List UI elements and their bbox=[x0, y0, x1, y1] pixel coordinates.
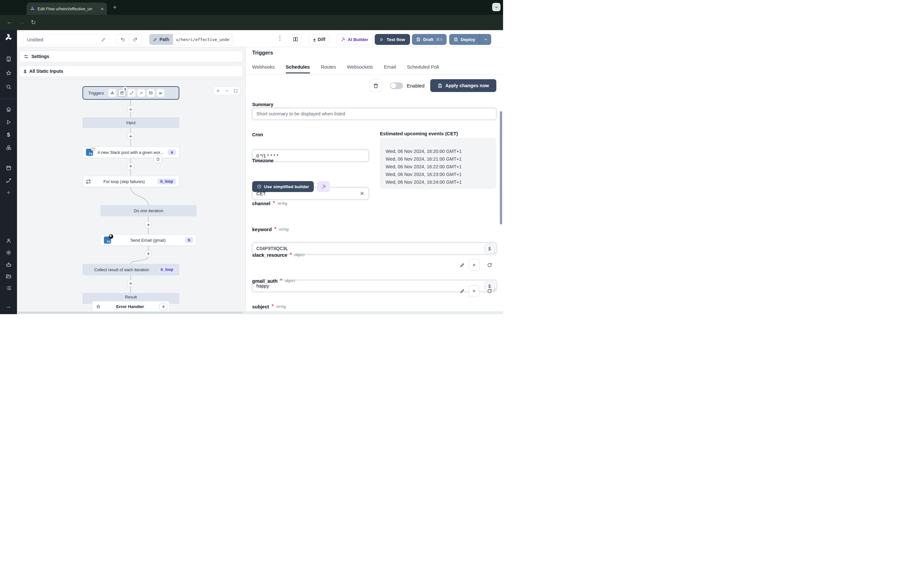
zoom-in-button[interactable]: + bbox=[214, 87, 222, 95]
tab-title: Edit Flow u/henri/effective_un bbox=[37, 6, 98, 11]
trigger-email-icon[interactable] bbox=[147, 89, 155, 97]
add-step-button[interactable] bbox=[127, 163, 134, 169]
tab-routes[interactable]: Routes bbox=[321, 64, 336, 73]
required-marker: * bbox=[280, 278, 282, 284]
sidebar-item-settings[interactable] bbox=[0, 250, 17, 255]
forward-button[interactable]: → bbox=[19, 19, 25, 26]
trigger-websocket-icon[interactable] bbox=[137, 89, 145, 97]
undo-button[interactable] bbox=[116, 34, 129, 45]
cron-label: Cron bbox=[252, 132, 263, 137]
settings-card[interactable]: Settings bbox=[19, 51, 243, 62]
reload-button[interactable]: ↻ bbox=[31, 19, 36, 26]
sidebar-item-runs[interactable] bbox=[0, 119, 17, 125]
send-email-node[interactable]: TS Send Email (gmail) b bbox=[100, 234, 197, 246]
input-node[interactable]: Input bbox=[82, 117, 179, 128]
add-resource-button[interactable]: + bbox=[469, 285, 479, 297]
simplified-builder-button[interactable]: Use simplified builder bbox=[252, 181, 314, 192]
slack-step-node[interactable]: TS A new Slack post with a given wor... … bbox=[82, 147, 179, 158]
deploy-main[interactable]: Deploy bbox=[449, 34, 480, 45]
windmill-logo-icon[interactable] bbox=[0, 33, 17, 42]
zoom-out-button[interactable]: − bbox=[222, 87, 231, 95]
keyword-input[interactable] bbox=[256, 284, 492, 288]
add-resource-button[interactable]: + bbox=[469, 259, 479, 271]
tab-webhooks[interactable]: Webhooks bbox=[252, 64, 275, 73]
diff-button[interactable]: ± Diff bbox=[309, 34, 330, 45]
clear-icon[interactable] bbox=[360, 191, 365, 196]
test-flow-button[interactable]: Test flow bbox=[375, 34, 410, 45]
sidebar-item-variables[interactable]: $ bbox=[0, 132, 17, 138]
path-chip[interactable]: Path bbox=[149, 34, 173, 45]
ai-cron-button[interactable] bbox=[317, 181, 330, 192]
do-one-iteration-node[interactable]: Do one iteration bbox=[100, 205, 197, 216]
enabled-toggle[interactable] bbox=[390, 82, 403, 89]
ai-builder-button[interactable]: AI Builder bbox=[336, 34, 373, 45]
add-step-button[interactable] bbox=[145, 250, 152, 257]
sidebar-item-favorites[interactable] bbox=[0, 70, 17, 76]
sidebar-item-folders[interactable] bbox=[0, 274, 17, 279]
trigger-schedule-icon[interactable]: 1 bbox=[118, 89, 126, 97]
sidebar-item-resources[interactable] bbox=[0, 145, 17, 150]
flow-name-field[interactable] bbox=[23, 34, 110, 45]
flow-canvas[interactable]: Triggers 1 + − Input TS A new Slack post… bbox=[17, 79, 246, 314]
refresh-resource-button[interactable] bbox=[486, 261, 493, 269]
resize-handle[interactable] bbox=[493, 251, 496, 253]
early-stop-button[interactable] bbox=[153, 155, 162, 163]
docs-button[interactable] bbox=[289, 34, 302, 45]
new-tab-button[interactable]: + bbox=[113, 4, 117, 11]
summary-field[interactable] bbox=[252, 108, 496, 119]
add-step-button[interactable] bbox=[127, 280, 134, 287]
sidebar-item-workers[interactable] bbox=[0, 262, 17, 268]
flow-name-input[interactable] bbox=[27, 37, 101, 42]
tab-search-button[interactable] bbox=[492, 3, 501, 11]
add-step-button[interactable] bbox=[127, 133, 134, 140]
sidebar-item-home[interactable] bbox=[0, 106, 17, 112]
event-row: Wed, 06 Nov 2024, 16:22:00 GMT+1 bbox=[386, 163, 491, 171]
trigger-webhook-icon[interactable] bbox=[108, 89, 116, 97]
sidebar-item-users[interactable] bbox=[0, 238, 17, 243]
draft-button[interactable]: Draft ⌘S bbox=[412, 34, 447, 45]
back-button[interactable]: ← bbox=[6, 19, 13, 26]
tab-schedules[interactable]: Schedules bbox=[286, 64, 310, 73]
vertical-scrollbar[interactable] bbox=[500, 111, 502, 224]
channel-input[interactable] bbox=[256, 246, 492, 251]
upcoming-events-panel: Wed, 06 Nov 2024, 16:20:00 GMT+1 Wed, 06… bbox=[380, 138, 496, 189]
horizontal-scrollbar[interactable] bbox=[17, 311, 503, 314]
sidebar-expand-arrow[interactable]: → bbox=[0, 303, 17, 309]
cron-input[interactable] bbox=[256, 153, 365, 158]
trigger-poll-icon[interactable] bbox=[157, 89, 164, 97]
browser-tab[interactable]: Edit Flow u/henri/effective_un × bbox=[27, 3, 107, 15]
sidebar-item-search[interactable] bbox=[0, 84, 17, 90]
apply-changes-button[interactable]: Apply changes now bbox=[430, 79, 496, 92]
collect-result-node[interactable]: Collect result of each iteration b_loop bbox=[82, 264, 179, 276]
deploy-dropdown-button[interactable] bbox=[480, 34, 491, 45]
scrollbar-thumb[interactable] bbox=[18, 312, 243, 314]
plus-minus-icon: ± bbox=[313, 37, 316, 42]
sidebar-item-routes[interactable] bbox=[0, 177, 17, 183]
sidebar-item-add[interactable]: + bbox=[0, 189, 17, 197]
path-input[interactable] bbox=[173, 34, 233, 45]
error-handler-node[interactable]: Error Handler bbox=[92, 301, 170, 312]
tab-email[interactable]: Email bbox=[384, 64, 396, 73]
tab-scheduled-poll[interactable]: Scheduled Poll bbox=[407, 64, 439, 73]
deploy-button[interactable]: Deploy bbox=[449, 34, 491, 45]
add-step-button[interactable] bbox=[127, 106, 134, 113]
more-options-icon[interactable]: ⋮ bbox=[277, 34, 283, 42]
delete-schedule-button[interactable] bbox=[369, 79, 382, 92]
triggers-node[interactable]: Triggers 1 bbox=[82, 86, 179, 100]
sidebar-item-workspace[interactable] bbox=[0, 56, 17, 62]
fullscreen-button[interactable] bbox=[231, 87, 240, 95]
refresh-resource-button[interactable] bbox=[486, 287, 493, 295]
add-step-button[interactable] bbox=[145, 221, 152, 228]
tab-websockets[interactable]: Websockets bbox=[347, 64, 373, 73]
tab-close-icon[interactable]: × bbox=[101, 6, 103, 11]
sidebar-item-schedules[interactable] bbox=[0, 165, 17, 171]
trigger-route-icon[interactable] bbox=[128, 89, 136, 97]
redo-button[interactable] bbox=[129, 34, 142, 45]
summary-input[interactable] bbox=[256, 111, 492, 116]
forloop-node[interactable]: For loop (skip failures) b_loop bbox=[82, 176, 179, 187]
add-error-handler-button[interactable] bbox=[160, 303, 167, 311]
static-inputs-card[interactable]: $ All Static Inputs bbox=[19, 65, 243, 77]
sidebar-item-logs[interactable] bbox=[0, 285, 17, 291]
edit-resource-button[interactable] bbox=[459, 287, 466, 295]
edit-resource-button[interactable] bbox=[459, 261, 466, 269]
